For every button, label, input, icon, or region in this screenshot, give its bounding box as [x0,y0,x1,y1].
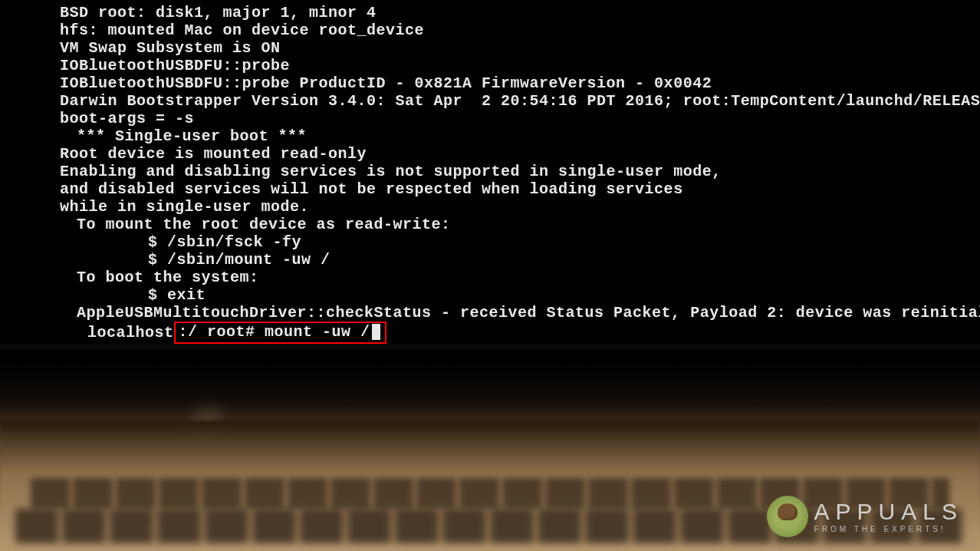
boot-line: To boot the system: [60,269,980,286]
boot-line: and disabled services will not be respec… [60,180,980,198]
boot-line-command: $ /sbin/fsck -fy [60,233,980,251]
watermark-tagline: FROM THE EXPERTS! [814,526,963,533]
boot-line: hfs: mounted Mac on device root_device [60,21,980,39]
boot-line: IOBluetoothUSBDFU::probe [60,57,980,74]
prompt-hostname: localhost [87,324,174,341]
boot-line: while in single-user mode. [60,198,980,216]
boot-line: IOBluetoothUSBDFU::probe ProductID - 0x8… [60,74,980,92]
watermark: APPUALS FROM THE EXPERTS! [767,496,963,537]
watermark-brand: APPUALS [814,500,963,523]
cursor-icon [372,324,380,340]
boot-line: AppleUSBMultitouchDriver::checkStatus - … [60,304,980,322]
watermark-text: APPUALS FROM THE EXPERTS! [814,500,963,533]
boot-line: VM Swap Subsystem is ON [60,39,980,57]
boot-line: boot-args = -s [60,110,980,127]
boot-line: BSD root: disk1, major 1, minor 4 [60,4,980,21]
bezel-shadow [0,349,980,426]
appuals-logo-icon [767,496,808,537]
boot-line: To mount the root device as read-write: [60,216,980,233]
terminal-prompt-line[interactable]: localhost :/ root# mount -uw / [60,322,980,344]
boot-line: Root device is mounted read-only [60,145,980,163]
typed-command: :/ root# mount -uw / [179,323,370,341]
boot-line: Darwin Bootstrapper Version 3.4.0: Sat A… [60,92,980,110]
boot-line-command: $ exit [60,286,980,304]
command-highlight-box: :/ root# mount -uw / [174,322,386,344]
boot-line: Enabling and disabling services is not s… [60,163,980,180]
boot-line: *** Single-user boot *** [60,127,980,145]
boot-line-command: $ /sbin/mount -uw / [60,251,980,269]
terminal-screen: BSD root: disk1, major 1, minor 4 hfs: m… [0,0,980,344]
